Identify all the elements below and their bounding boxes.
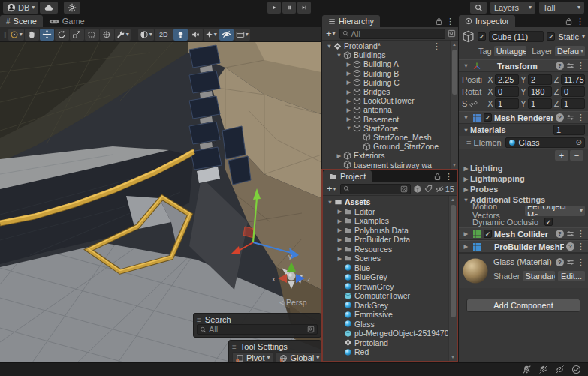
foldout-arrow-icon[interactable]: ▶ (336, 245, 344, 252)
search-in-window-icon[interactable] (448, 29, 456, 38)
foldout-arrow-icon[interactable]: ▼ (325, 43, 333, 50)
add-component-button[interactable]: Add Component (466, 299, 580, 312)
status-ok-icon[interactable] (571, 365, 581, 374)
sync-disabled-icon[interactable] (555, 365, 565, 374)
scale-z-field[interactable]: 1 (561, 98, 585, 109)
tab-hierarchy[interactable]: Hierarchy (322, 15, 380, 27)
motion-vectors-dropdown[interactable]: Per Object Mc▾ (525, 206, 585, 216)
foldout-arrow-icon[interactable]: ▶ (336, 227, 344, 233)
tree-item[interactable]: basement stairway wa (322, 160, 450, 169)
menu-kebab-icon[interactable]: ⋮ (445, 173, 453, 181)
remove-material-button[interactable]: − (570, 150, 583, 161)
tab-inspector[interactable]: Inspector (459, 15, 515, 27)
menu-kebab-icon[interactable]: ⋮ (577, 258, 585, 266)
scene-search-input[interactable]: All (197, 324, 318, 335)
tag-dropdown[interactable]: Untagge▾ (494, 46, 526, 56)
lock-icon[interactable] (434, 173, 441, 181)
shader-dropdown[interactable]: Standard▾ (523, 271, 555, 281)
probes-foldout[interactable]: ▶Probes (459, 184, 588, 194)
help-icon[interactable]: ? (556, 62, 564, 70)
tree-item[interactable]: ▶ antenna (322, 105, 450, 114)
hand-tool-button[interactable] (25, 29, 39, 41)
asset-item[interactable]: ▶ Polybrush Data (323, 226, 448, 236)
asset-item[interactable]: Emmissive (323, 310, 448, 320)
active-checkbox[interactable]: ✓ (478, 32, 486, 41)
lock-icon[interactable] (565, 17, 572, 26)
position-y-field[interactable]: 2 (528, 74, 552, 85)
asset-item[interactable]: ▶ ProBuilder Data (323, 235, 448, 245)
foldout-arrow-icon[interactable]: ▶ (345, 61, 353, 68)
scale-tool-button[interactable] (70, 29, 84, 41)
play-button[interactable] (267, 2, 281, 14)
asset-item[interactable]: Blue (323, 263, 448, 273)
materials-count-field[interactable]: 1 (553, 125, 585, 135)
tab-scene[interactable]: # Scene (0, 15, 43, 27)
foldout-arrow-icon[interactable]: ▶ (462, 243, 470, 250)
tree-item[interactable]: ▶ Building B (322, 69, 450, 78)
menu-kebab-icon[interactable]: ⋮ (446, 17, 454, 26)
project-search-input[interactable] (340, 184, 411, 194)
drag-handle-icon[interactable]: ≡ (232, 343, 237, 351)
tree-item[interactable]: ▶ LookOutTower (322, 96, 450, 105)
layout-dropdown[interactable]: Tall ▾ (539, 2, 584, 14)
static-checkbox[interactable]: ✓ (547, 32, 555, 41)
help-icon[interactable]: ? (556, 258, 564, 266)
foldout-arrow-icon[interactable]: ▶ (345, 98, 353, 104)
tree-item[interactable]: ▶ Bridges (322, 87, 450, 96)
custom-tool-dropdown[interactable]: ▾ (115, 29, 131, 41)
menu-kebab-icon[interactable]: ⋮ (577, 230, 585, 238)
foldout-arrow-icon[interactable]: ▼ (462, 62, 470, 69)
add-material-button[interactable]: + (555, 150, 568, 161)
material-preview-sphere[interactable] (462, 257, 489, 284)
toolbar-grip[interactable]: || (2, 31, 8, 38)
materials-row[interactable]: ▼ Materials 1 (459, 124, 588, 136)
menu-kebab-icon[interactable]: ⋮ (577, 242, 585, 251)
foldout-arrow-icon[interactable]: ▶ (336, 218, 344, 224)
layers-dropdown[interactable]: Layers ▾ (490, 2, 535, 14)
preset-icon[interactable] (566, 113, 574, 122)
lighting-toggle-button[interactable] (173, 29, 188, 41)
move-tool-button[interactable] (40, 29, 54, 41)
drag-handle-icon[interactable]: ≡ (197, 316, 201, 324)
chevron-down-icon[interactable]: ▾ (582, 34, 585, 40)
asset-item[interactable]: ▶ Scenes (323, 254, 448, 263)
preset-icon[interactable] (566, 62, 574, 70)
rotation-z-field[interactable]: 0 (561, 86, 585, 97)
rect-tool-button[interactable] (85, 29, 99, 41)
object-picker-icon[interactable]: ⊙ (576, 138, 582, 146)
probuilder-meshfilter-header[interactable]: ▶ ProBuilder MeshFilter ? ⋮ (459, 240, 588, 253)
asset-item[interactable]: ▼ Assets (323, 197, 448, 207)
tree-item[interactable]: ▶ Exteriors (322, 151, 450, 160)
asset-item[interactable]: DarkGrey (323, 301, 448, 311)
menu-kebab-icon[interactable]: ⋮ (577, 62, 585, 70)
help-icon[interactable]: ? (556, 113, 564, 122)
preset-icon[interactable] (566, 258, 574, 266)
transform-tool-button[interactable] (100, 29, 114, 41)
hierarchy-search-input[interactable]: All (339, 29, 445, 39)
tree-item[interactable]: ▶ Building C (322, 78, 450, 87)
layer-dropdown[interactable]: Defau▾ (555, 46, 585, 56)
create-dropdown[interactable]: +▾ (324, 28, 337, 39)
preset-icon[interactable] (566, 230, 574, 238)
rotation-y-field[interactable]: 180 (528, 86, 552, 97)
foldout-arrow-icon[interactable]: ▼ (462, 114, 470, 121)
scale-y-field[interactable]: 1 (528, 98, 552, 109)
foldout-arrow-icon[interactable]: ▶ (336, 255, 344, 262)
tree-item[interactable]: ▼ Protoland* ⋮ (322, 41, 450, 50)
step-button[interactable] (297, 2, 311, 14)
effects-dropdown[interactable]: ▾ (204, 29, 219, 41)
lock-icon[interactable] (436, 17, 442, 26)
object-name-field[interactable]: Cube (11) (489, 31, 544, 42)
shading-mode-dropdown[interactable]: ▾ (138, 29, 154, 41)
asset-item[interactable]: ▶ Resources (323, 245, 448, 254)
tree-item[interactable]: ▼ StartZone (322, 124, 450, 133)
asset-item[interactable]: Protoland (323, 338, 448, 348)
asset-item[interactable]: Glass (323, 320, 448, 329)
foldout-arrow-icon[interactable]: ▶ (345, 79, 353, 86)
menu-kebab-icon[interactable]: ⋮ (576, 17, 584, 26)
asset-item[interactable]: BrownGrey (323, 282, 448, 292)
global-dropdown[interactable]: Global ▾ (276, 352, 321, 362)
dynamic-occlusion-checkbox[interactable]: ✓ (544, 218, 553, 226)
foldout-arrow-icon[interactable]: ▼ (326, 199, 334, 206)
project-scrollbar[interactable]: ▲▼ (448, 196, 457, 361)
